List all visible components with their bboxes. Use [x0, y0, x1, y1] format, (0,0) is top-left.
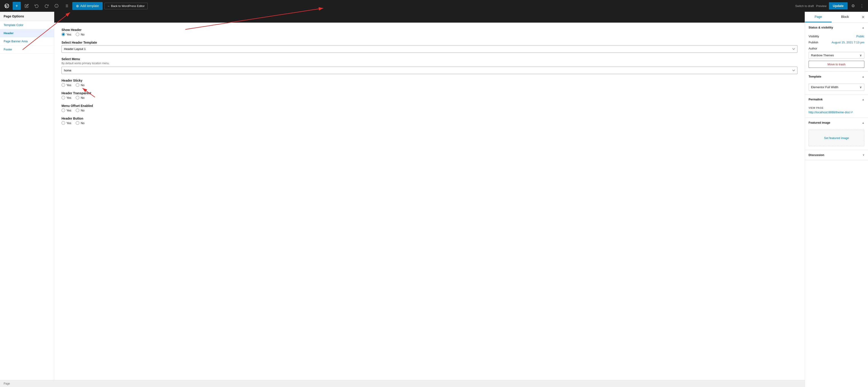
add-template-button[interactable]: ⊕ Add template	[72, 2, 103, 10]
header-template-select[interactable]: Header Layout 1	[61, 45, 798, 53]
template-chevron-icon: ▲	[862, 75, 864, 78]
author-dropdown[interactable]: Rainbow Themes ∨	[809, 52, 864, 59]
header-button-no-option[interactable]: No	[76, 121, 85, 125]
settings-button[interactable]: ⚙	[850, 2, 856, 10]
list-view-button[interactable]	[62, 2, 70, 10]
back-to-wordpress-button[interactable]: ← Back to WordPress Editor	[104, 3, 148, 9]
author-label: Author	[809, 47, 864, 50]
select-menu-group: Select Menu By default works primary loc…	[61, 57, 798, 74]
menu-offset-yes-option[interactable]: Yes	[61, 109, 71, 112]
header-transparent-radio-group: Yes No	[61, 96, 798, 99]
discussion-section: Discussion ∨	[805, 150, 868, 160]
update-button[interactable]: Update	[829, 2, 848, 9]
visibility-row: Visibility Public	[809, 35, 864, 38]
permalink-title: Permalink	[809, 98, 823, 101]
menu-offset-no-label: No	[81, 109, 85, 112]
view-page-link[interactable]: http://localhost:8888/theme-doc/↗	[809, 111, 853, 114]
sidebar-item-label: Header	[4, 31, 13, 35]
sidebar-item-header[interactable]: Header	[0, 29, 54, 37]
bottom-bar: Page	[0, 380, 805, 387]
featured-image-title: Featured image	[809, 121, 830, 124]
edit-tool-button[interactable]	[23, 2, 31, 10]
header-transparent-yes-label: Yes	[66, 96, 71, 99]
main-layout: Page Options Template Color Header Page …	[0, 12, 868, 387]
header-button-no-radio[interactable]	[76, 121, 79, 125]
header-transparent-group: Header Transparent Yes No	[61, 91, 798, 99]
info-button[interactable]	[53, 2, 61, 10]
header-button-yes-radio[interactable]	[61, 121, 65, 125]
show-header-no-radio[interactable]	[76, 33, 79, 36]
select-header-template-group: Select Header Template Header Layout 1	[61, 41, 798, 53]
pencil-icon	[25, 4, 29, 8]
bottom-bar-label: Page	[4, 382, 10, 385]
show-header-yes-radio[interactable]	[61, 33, 65, 36]
permalink-section-body: VIEW PAGE http://localhost:8888/theme-do…	[805, 104, 868, 118]
discussion-section-header[interactable]: Discussion ∨	[805, 150, 868, 160]
right-sidebar: Page Block ✕ Status & visibility ▲ Visib…	[805, 12, 868, 387]
author-dropdown-chevron-icon: ∨	[860, 54, 862, 57]
header-sticky-yes-option[interactable]: Yes	[61, 83, 71, 87]
sidebar-item-page-banner[interactable]: Page Banner Area	[0, 37, 54, 46]
view-page-label: VIEW PAGE	[809, 107, 864, 109]
header-sticky-yes-label: Yes	[66, 83, 71, 87]
select-header-template-label: Select Header Template	[61, 41, 798, 44]
menu-offset-radio-group: Yes No	[61, 109, 798, 112]
switch-to-draft-button[interactable]: Switch to draft	[795, 4, 814, 8]
sidebar-item-label: Template Color	[4, 23, 23, 27]
menu-offset-yes-radio[interactable]	[61, 109, 65, 112]
template-value: Elementor Full Width	[811, 85, 838, 89]
header-transparent-no-radio[interactable]	[76, 96, 79, 99]
tab-page[interactable]: Page	[805, 12, 832, 22]
more-options-button[interactable]: ⋮	[859, 2, 865, 10]
visibility-value[interactable]: Public	[857, 35, 864, 38]
header-sticky-yes-radio[interactable]	[61, 83, 65, 87]
header-transparent-yes-option[interactable]: Yes	[61, 96, 71, 99]
permalink-section: Permalink ▲ VIEW PAGE http://localhost:8…	[805, 94, 868, 118]
menu-select[interactable]: home	[61, 67, 798, 74]
featured-image-section-body: Set featured image	[805, 127, 868, 150]
visibility-label: Visibility	[809, 35, 819, 38]
discussion-chevron-icon: ∨	[863, 153, 864, 156]
sidebar-item-template-color[interactable]: Template Color	[0, 21, 54, 29]
move-to-trash-button[interactable]: Move to trash	[809, 61, 864, 68]
featured-image-section-header[interactable]: Featured image ▲	[805, 118, 868, 127]
header-transparent-no-option[interactable]: No	[76, 96, 85, 99]
preview-button[interactable]: Preview	[816, 4, 827, 8]
header-sticky-no-radio[interactable]	[76, 83, 79, 87]
template-dropdown-chevron-icon: ∨	[860, 85, 862, 89]
permalink-section-header[interactable]: Permalink ▲	[805, 94, 868, 104]
status-visibility-title: Status & visibility	[809, 26, 833, 29]
show-header-no-option[interactable]: No	[76, 33, 85, 36]
header-sticky-no-option[interactable]: No	[76, 83, 85, 87]
show-header-no-label: No	[81, 33, 85, 36]
page-options-title: Page Options	[0, 12, 54, 21]
menu-offset-no-radio[interactable]	[76, 109, 79, 112]
header-button-radio-group: Yes No	[61, 121, 798, 125]
status-visibility-chevron-icon: ▲	[862, 26, 864, 29]
header-sticky-radio-group: Yes No	[61, 83, 798, 87]
template-section-header[interactable]: Template ▲	[805, 72, 868, 81]
undo-button[interactable]	[33, 2, 41, 10]
wp-logo[interactable]	[3, 2, 11, 10]
tab-block[interactable]: Block	[832, 12, 858, 22]
show-header-yes-option[interactable]: Yes	[61, 33, 71, 36]
permalink-chevron-icon: ▲	[862, 98, 864, 101]
toolbar-right: Switch to draft Preview Update ⚙ ⋮	[795, 2, 865, 10]
wordpress-logo-icon	[4, 4, 9, 8]
status-visibility-header[interactable]: Status & visibility ▲	[805, 23, 868, 32]
sidebar-item-footer[interactable]: Footer	[0, 46, 54, 54]
template-section: Template ▲ Elementor Full Width ∨	[805, 72, 868, 94]
template-dropdown[interactable]: Elementor Full Width ∨	[809, 84, 864, 91]
add-block-button[interactable]: +	[13, 2, 21, 10]
set-featured-image-button[interactable]: Set featured image	[809, 130, 864, 146]
header-transparent-yes-radio[interactable]	[61, 96, 65, 99]
header-button-label: Header Button	[61, 117, 798, 120]
right-sidebar-close-button[interactable]: ✕	[858, 12, 868, 22]
publish-value[interactable]: August 15, 2021 7:13 pm	[832, 41, 864, 44]
header-button-yes-option[interactable]: Yes	[61, 121, 71, 125]
menu-offset-label: Menu Offset Enabled	[61, 104, 798, 108]
editor-header-bar	[54, 12, 805, 23]
menu-offset-no-option[interactable]: No	[76, 109, 85, 112]
select-menu-label: Select Menu	[61, 57, 798, 61]
redo-button[interactable]	[42, 2, 51, 10]
